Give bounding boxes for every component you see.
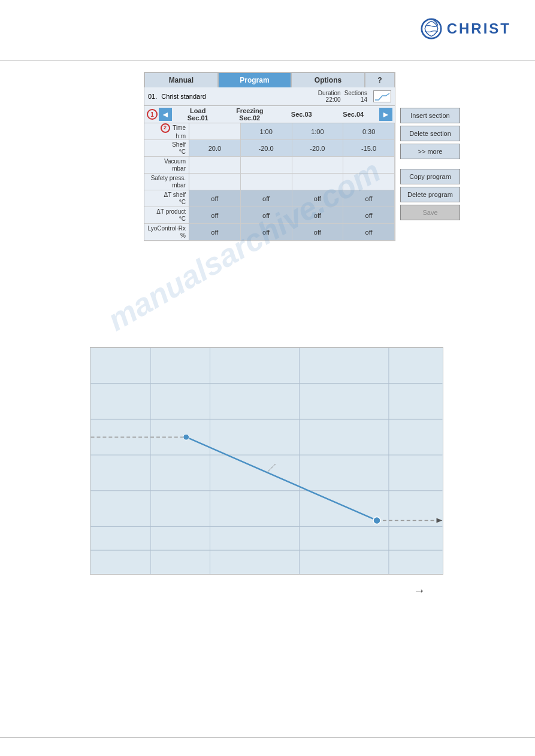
sec01-dt-shelf[interactable]: off xyxy=(189,190,240,207)
duration-label: Duration xyxy=(318,90,341,96)
time-axis-arrow: → xyxy=(413,584,425,597)
row-label-safety: Safety press.mbar xyxy=(144,174,189,190)
svg-line-17 xyxy=(267,464,276,473)
data-col-sec02: 1:00 -20.0 off off off xyxy=(241,123,292,241)
svg-marker-14 xyxy=(437,518,443,523)
sec04-shelf[interactable]: -15.0 xyxy=(343,140,394,157)
ui-panel: Manual Program Options ? 01. Christ stan… xyxy=(144,72,395,241)
annotation-circle-2: 2 xyxy=(161,123,170,133)
sec04-vacuum[interactable] xyxy=(343,157,394,174)
sec01-shelf[interactable]: 20.0 xyxy=(189,140,240,157)
sec01-safety[interactable] xyxy=(189,174,240,190)
more-button[interactable]: >> more xyxy=(400,144,460,159)
tab-help[interactable]: ? xyxy=(365,72,395,87)
svg-point-16 xyxy=(373,517,380,524)
prev-section-button[interactable]: ◄ xyxy=(159,108,172,121)
sec04-dt-product[interactable]: off xyxy=(343,207,394,224)
sec02-dt-product[interactable]: off xyxy=(241,207,292,224)
sections-value: 14 xyxy=(344,96,367,103)
sec01-dt-product[interactable]: off xyxy=(189,207,240,224)
sec03-time[interactable]: 1:00 xyxy=(292,123,343,140)
sec03-shelf[interactable]: -20.0 xyxy=(292,140,343,157)
data-col-sec03: 1:00 -20.0 off off off xyxy=(292,123,344,241)
section-nav-row: 1 ◄ Load Sec.01 Freezing Sec.02 Sec.03 S… xyxy=(144,106,395,123)
sec02-lyocontrol[interactable]: off xyxy=(241,224,292,241)
logo-text: CHRIST xyxy=(447,20,511,37)
sec01-lyocontrol[interactable]: off xyxy=(189,224,240,241)
row-label-vacuum: Vacuummbar xyxy=(144,157,189,174)
sec02-time[interactable]: 1:00 xyxy=(241,123,292,140)
sec04-lyocontrol[interactable]: off xyxy=(343,224,394,241)
sec02-shelf[interactable]: -20.0 xyxy=(241,140,292,157)
tab-bar: Manual Program Options ? xyxy=(144,72,395,87)
row-labels: 2 Timeh:m Shelf°C Vacuummbar Safety pres… xyxy=(144,123,189,241)
copy-program-button[interactable]: Copy program xyxy=(400,169,460,184)
duration-value: 22:00 xyxy=(318,96,341,103)
program-duration: Duration 22:00 xyxy=(318,90,341,103)
sections-label: Sections xyxy=(344,90,367,96)
data-col-sec01: 20.0 off off off xyxy=(189,123,241,241)
right-button-panel: Insert section Delete section >> more Co… xyxy=(400,108,460,220)
annotation-circle-1: 1 xyxy=(147,109,158,120)
delete-program-button[interactable]: Delete program xyxy=(400,187,460,202)
sec04-time[interactable]: 0:30 xyxy=(343,123,394,140)
sec04-dt-shelf[interactable]: off xyxy=(343,190,394,207)
tab-options[interactable]: Options xyxy=(291,72,365,87)
tab-program[interactable]: Program xyxy=(218,72,292,87)
sec02-vacuum[interactable] xyxy=(241,157,292,174)
sec01-time[interactable] xyxy=(189,123,240,140)
section-header: Load Sec.01 Freezing Sec.02 Sec.03 Sec.0… xyxy=(172,107,379,122)
top-divider xyxy=(0,60,535,60)
sec03-dt-product[interactable]: off xyxy=(292,207,343,224)
christ-logo-icon xyxy=(421,18,442,40)
data-col-sec04: 0:30 -15.0 off off off xyxy=(343,123,395,241)
next-section-button[interactable]: ► xyxy=(379,108,392,121)
save-button[interactable]: Save xyxy=(400,205,460,220)
freezing-label: Freezing Sec.02 xyxy=(234,107,265,122)
sec01-vacuum[interactable] xyxy=(189,157,240,174)
program-number: 01. xyxy=(148,93,157,100)
logo-area: CHRIST xyxy=(421,18,511,40)
insert-section-button[interactable]: Insert section xyxy=(400,108,460,123)
data-section: 2 Timeh:m Shelf°C Vacuummbar Safety pres… xyxy=(144,123,395,241)
sec03-label: Sec.03 xyxy=(286,111,317,118)
program-sections: Sections 14 xyxy=(344,90,367,103)
program-name-row: 01. Christ standard Duration 22:00 Secti… xyxy=(144,87,395,106)
chart-svg xyxy=(90,348,443,574)
program-thumbnail[interactable] xyxy=(373,90,391,102)
program-name: Christ standard xyxy=(161,93,206,100)
delete-section-button[interactable]: Delete section xyxy=(400,126,460,141)
sec04-safety[interactable] xyxy=(343,174,394,190)
chart-area xyxy=(90,347,443,575)
sec03-lyocontrol[interactable]: off xyxy=(292,224,343,241)
bottom-divider xyxy=(0,737,535,738)
sec03-dt-shelf[interactable]: off xyxy=(292,190,343,207)
data-columns: 20.0 off off off 1:00 -20.0 off off off … xyxy=(189,123,395,241)
program-title: 01. Christ standard xyxy=(148,93,206,100)
row-label-shelf: Shelf°C xyxy=(144,140,189,157)
row-label-time: 2 Timeh:m xyxy=(144,123,189,140)
row-label-lyocontrol: LyoControl-Rx% xyxy=(144,224,189,241)
sec02-safety[interactable] xyxy=(241,174,292,190)
load-label: Load Sec.01 xyxy=(182,107,213,122)
svg-line-12 xyxy=(186,437,377,520)
sec03-safety[interactable] xyxy=(292,174,343,190)
sec02-dt-shelf[interactable]: off xyxy=(241,190,292,207)
row-label-dt-product: ΔT product°C xyxy=(144,207,189,224)
tab-manual[interactable]: Manual xyxy=(144,72,218,87)
sec04-label: Sec.04 xyxy=(338,111,369,118)
svg-point-15 xyxy=(183,434,189,440)
row-label-dt-shelf: ΔT shelf°C xyxy=(144,190,189,207)
sec03-vacuum[interactable] xyxy=(292,157,343,174)
